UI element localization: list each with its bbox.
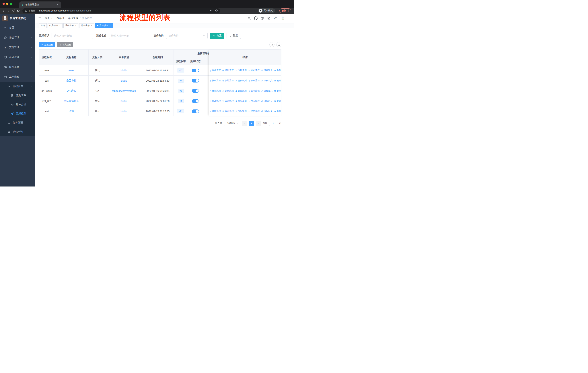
- process-name-link[interactable]: 测试多审批人: [64, 100, 79, 103]
- action-流程定义[interactable]: 流程定义: [261, 110, 273, 113]
- tag-close-icon[interactable]: ✕: [109, 24, 111, 27]
- action-流程定义[interactable]: 流程定义: [261, 100, 273, 102]
- user-avatar[interactable]: [280, 15, 286, 21]
- process-name-link[interactable]: eeee: [69, 69, 74, 72]
- active-status-toggle[interactable]: [192, 79, 199, 82]
- sidebar-item-请假查询[interactable]: 请假查询: [0, 127, 35, 136]
- sidebar-logo[interactable]: 芋道管理系统: [0, 14, 35, 23]
- maximize-window-button[interactable]: [10, 3, 12, 5]
- prev-page-button[interactable]: ‹: [242, 121, 247, 126]
- browser-tab[interactable]: 芋道管理系统 ✕: [19, 1, 61, 8]
- refresh-table-button[interactable]: [276, 42, 281, 47]
- breadcrumb-item[interactable]: 工作流程: [54, 17, 64, 20]
- tag-close-icon[interactable]: ✕: [59, 24, 61, 27]
- action-流程定义[interactable]: 流程定义: [261, 89, 273, 92]
- action-删除[interactable]: 删除: [274, 100, 281, 102]
- form-info-link[interactable]: biubiu: [120, 69, 127, 72]
- reset-button[interactable]: 重置: [227, 33, 241, 39]
- fullscreen-icon[interactable]: [267, 17, 271, 20]
- sidebar-item-流程模型[interactable]: 流程模型: [0, 109, 35, 118]
- action-发布流程[interactable]: 发布流程: [248, 79, 260, 82]
- action-分配规则[interactable]: 分配规则: [235, 69, 247, 72]
- sidebar-item-工作流程[interactable]: 工作流程: [0, 72, 35, 82]
- home-button[interactable]: [17, 9, 20, 12]
- tag-close-icon[interactable]: ✕: [91, 24, 93, 27]
- action-设计流程[interactable]: 设计流程: [222, 89, 234, 92]
- security-label[interactable]: 不安全: [28, 9, 35, 12]
- sidebar-item-流程表单[interactable]: 流程表单: [0, 91, 35, 100]
- url-bar[interactable]: 不安全 dashboard.yudao.iocoder.cn/bpm/manag…: [22, 8, 220, 13]
- back-button[interactable]: [2, 9, 5, 12]
- import-process-button[interactable]: 导入流程: [57, 42, 73, 47]
- form-info-link[interactable]: biubiu: [120, 100, 127, 102]
- reload-button[interactable]: [12, 9, 15, 12]
- search-button[interactable]: 搜索: [210, 33, 224, 39]
- action-分配规则[interactable]: 分配规则: [235, 79, 247, 82]
- action-修改流程[interactable]: 修改流程: [209, 100, 221, 102]
- active-status-toggle[interactable]: [192, 99, 199, 103]
- action-发布流程[interactable]: 发布流程: [248, 110, 260, 113]
- action-删除[interactable]: 删除: [274, 79, 281, 82]
- active-status-toggle[interactable]: [192, 110, 199, 113]
- current-page-button[interactable]: 1: [249, 121, 254, 126]
- create-process-button[interactable]: 新建流程: [39, 42, 55, 47]
- action-设计流程[interactable]: 设计流程: [222, 69, 234, 72]
- bookmark-star-icon[interactable]: [215, 9, 218, 12]
- tag-首页[interactable]: 首页: [39, 23, 47, 28]
- action-修改流程[interactable]: 修改流程: [209, 69, 221, 72]
- show-search-toggle-button[interactable]: [269, 42, 274, 47]
- action-发布流程[interactable]: 发布流程: [248, 69, 260, 72]
- tab-close-icon[interactable]: ✕: [56, 3, 59, 6]
- sidebar-item-首页[interactable]: 首页: [0, 23, 35, 33]
- action-删除[interactable]: 删除: [274, 89, 281, 92]
- action-修改流程[interactable]: 修改流程: [209, 79, 221, 82]
- action-分配规则[interactable]: 分配规则: [235, 100, 247, 102]
- tag-流程表单[interactable]: 流程表单✕: [79, 23, 94, 28]
- action-流程定义[interactable]: 流程定义: [261, 69, 273, 72]
- form-info-link[interactable]: /bpm/oa/leave/create: [112, 90, 136, 92]
- avatar-caret-down-icon[interactable]: [289, 17, 291, 19]
- password-key-icon[interactable]: [210, 9, 212, 12]
- action-修改流程[interactable]: 修改流程: [209, 89, 221, 92]
- font-size-icon[interactable]: ᴛT: [273, 17, 277, 20]
- action-设计流程[interactable]: 设计流程: [222, 110, 234, 113]
- filter-id-input[interactable]: [52, 33, 93, 39]
- action-发布流程[interactable]: 发布流程: [248, 89, 260, 92]
- action-流程定义[interactable]: 流程定义: [261, 79, 273, 82]
- new-tab-button[interactable]: [63, 3, 66, 7]
- tag-close-icon[interactable]: ✕: [75, 24, 77, 27]
- sidebar-item-系统管理[interactable]: 系统管理: [0, 33, 35, 42]
- header-search-icon[interactable]: [248, 17, 251, 20]
- breadcrumb-item[interactable]: 首页: [45, 17, 50, 20]
- process-name-link[interactable]: 自己审批: [66, 79, 77, 82]
- action-分配规则[interactable]: 分配规则: [235, 89, 247, 92]
- active-status-toggle[interactable]: [192, 69, 199, 72]
- sidebar-collapse-button[interactable]: [38, 16, 42, 20]
- browser-update-button[interactable]: 更新: [279, 8, 291, 13]
- breadcrumb-item[interactable]: 流程管理: [68, 17, 78, 20]
- minimize-window-button[interactable]: [6, 3, 8, 5]
- github-icon[interactable]: [254, 16, 258, 20]
- help-question-icon[interactable]: [261, 17, 264, 20]
- action-发布流程[interactable]: 发布流程: [248, 100, 260, 102]
- next-page-button[interactable]: ›: [256, 121, 261, 126]
- browser-menu-icon[interactable]: [289, 10, 289, 12]
- filter-category-select[interactable]: 流程分类: [166, 33, 208, 39]
- sidebar-item-任务管理[interactable]: 任务管理: [0, 118, 35, 127]
- sidebar-item-支付管理[interactable]: ¥支付管理: [0, 42, 35, 52]
- process-name-link[interactable]: OA 请假: [67, 89, 76, 92]
- close-window-button[interactable]: [2, 3, 5, 5]
- sidebar-item-流程管理[interactable]: 流程管理: [0, 82, 35, 91]
- action-分配规则[interactable]: 分配规则: [235, 110, 247, 113]
- filter-name-input[interactable]: [109, 33, 150, 39]
- forward-button[interactable]: [7, 9, 10, 12]
- form-info-link[interactable]: biubiu: [120, 79, 127, 82]
- process-name-link[interactable]: 滔博: [69, 110, 74, 113]
- action-设计流程[interactable]: 设计流程: [222, 100, 234, 102]
- tag-我的流程[interactable]: 我的流程✕: [63, 23, 78, 28]
- goto-page-input[interactable]: [269, 121, 277, 126]
- action-删除[interactable]: 删除: [274, 110, 281, 113]
- active-status-toggle[interactable]: [192, 89, 199, 93]
- action-删除[interactable]: 删除: [274, 69, 281, 72]
- tag-租户管理[interactable]: 租户管理✕: [48, 23, 63, 28]
